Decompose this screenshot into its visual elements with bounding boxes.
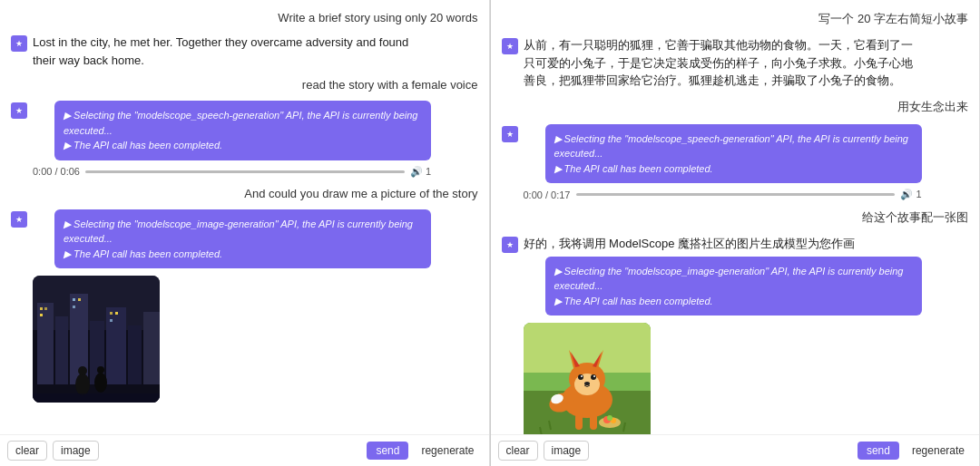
user-message: 给这个故事配一张图 [862, 208, 968, 228]
user-message: And could you draw me a picture of the s… [244, 185, 477, 202]
code-line-2: ▶ The API call has been completed. [64, 138, 422, 153]
right-chat-area: 写一个 20 字左右简短小故事 ★ 从前，有一只聪明的狐狸，它善于骗取其他动物的… [491, 0, 980, 434]
svg-point-20 [94, 373, 107, 393]
svg-rect-10 [44, 307, 47, 310]
user-message: read the story with a female voice [302, 76, 478, 93]
svg-rect-12 [73, 298, 75, 301]
svg-point-21 [97, 366, 104, 374]
assistant-row: ★ 好的，我将调用 ModelScope 魔搭社区的图片生成模型为您作画 ▶ S… [502, 235, 922, 316]
assistant-message: ★ ▶ Selecting the "modelscope_image-gene… [11, 209, 431, 403]
user-message: 用女生念出来 [897, 97, 968, 117]
send-button[interactable]: send [858, 442, 899, 460]
assistant-message: ★ Lost in the city, he met her. Together… [11, 34, 431, 69]
generated-image [524, 323, 651, 434]
left-bottom-bar: clear image send regenerate [0, 434, 489, 466]
svg-point-19 [78, 366, 87, 375]
svg-point-33 [578, 374, 583, 380]
audio-player[interactable]: 0:00 / 0:06 🔊 1 [33, 166, 431, 178]
clear-button[interactable]: clear [498, 441, 538, 461]
assistant-message: ★ ▶ Selecting the "modelscope_speech-gen… [11, 101, 431, 178]
audio-progress-bar[interactable] [85, 170, 405, 173]
code-block: ▶ Selecting the "modelscope_image-genera… [545, 257, 922, 316]
code-block: ▶ Selecting the "modelscope_speech-gener… [54, 101, 431, 160]
assistant-text: 从前，有一只聪明的狐狸，它善于骗取其他动物的食物。一天，它看到了一只可爱的小兔子… [524, 36, 922, 90]
right-bottom-bar: clear image send regenerate [491, 434, 980, 466]
svg-rect-14 [73, 306, 75, 308]
left-chat-area: Write a brief story using only 20 words … [0, 0, 489, 434]
clear-button[interactable]: clear [7, 441, 47, 461]
code-block: ▶ Selecting the "modelscope_speech-gener… [545, 124, 922, 184]
assistant-row: ★ Lost in the city, he met her. Together… [11, 34, 431, 69]
user-message: 写一个 20 字左右简短小故事 [818, 9, 968, 29]
svg-point-18 [75, 374, 90, 395]
code-block: ▶ Selecting the "modelscope_image-genera… [54, 209, 431, 269]
svg-rect-9 [40, 307, 43, 310]
left-panel: Write a brief story using only 20 words … [0, 0, 490, 466]
svg-rect-40 [575, 413, 583, 430]
assistant-prefix-text: 好的，我将调用 ModelScope 魔搭社区的图片生成模型为您作画 [524, 235, 922, 253]
audio-time-current: 0:00 / 0:17 [524, 189, 571, 200]
svg-rect-22 [33, 393, 160, 403]
audio-progress-bar[interactable] [576, 193, 896, 196]
avatar: ★ [502, 38, 518, 54]
svg-point-37 [584, 382, 590, 385]
audio-player[interactable]: 0:00 / 0:17 🔊 1 [524, 189, 922, 200]
avatar: ★ [11, 211, 27, 228]
code-line-2: ▶ The API call has been completed. [554, 161, 913, 177]
avatar: ★ [502, 237, 518, 253]
svg-rect-6 [106, 307, 126, 384]
assistant-row: ★ ▶ Selecting the "modelscope_image-gene… [11, 209, 431, 269]
image-button[interactable]: image [53, 441, 99, 461]
code-line-1: ▶ Selecting the "modelscope_speech-gener… [554, 131, 913, 161]
svg-rect-3 [55, 316, 68, 384]
svg-rect-15 [110, 312, 113, 315]
assistant-text: Lost in the city, he met her. Together t… [33, 34, 431, 69]
svg-point-34 [591, 374, 596, 380]
svg-rect-41 [590, 413, 597, 430]
right-panel: 写一个 20 字左右简短小故事 ★ 从前，有一只聪明的狐狸，它善于骗取其他动物的… [491, 0, 981, 466]
avatar: ★ [11, 102, 27, 119]
avatar: ★ [502, 126, 518, 142]
assistant-message: ★ 好的，我将调用 ModelScope 魔搭社区的图片生成模型为您作画 ▶ S… [502, 235, 922, 434]
assistant-message: ★ 从前，有一只聪明的狐狸，它善于骗取其他动物的食物。一天，它看到了一只可爱的小… [502, 36, 922, 90]
avatar: ★ [11, 35, 27, 52]
regenerate-button[interactable]: regenerate [414, 442, 481, 460]
code-line-2: ▶ The API call has been completed. [554, 294, 913, 309]
svg-point-45 [607, 415, 612, 421]
svg-rect-7 [128, 325, 142, 384]
send-button[interactable]: send [367, 442, 408, 460]
code-line-2: ▶ The API call has been completed. [64, 247, 422, 262]
assistant-message: ★ ▶ Selecting the "modelscope_speech-gen… [502, 124, 922, 201]
code-line-1: ▶ Selecting the "modelscope_image-genera… [64, 217, 422, 247]
audio-time-current: 0:00 / 0:06 [33, 166, 80, 177]
assistant-row: ★ 从前，有一只聪明的狐狸，它善于骗取其他动物的食物。一天，它看到了一只可爱的小… [502, 36, 922, 90]
assistant-row: ★ ▶ Selecting the "modelscope_speech-gen… [11, 101, 431, 160]
image-button[interactable]: image [544, 441, 590, 461]
regenerate-button[interactable]: regenerate [905, 442, 972, 460]
svg-rect-11 [40, 314, 43, 316]
assistant-row: ★ ▶ Selecting the "modelscope_speech-gen… [502, 124, 922, 184]
svg-rect-17 [110, 319, 113, 322]
audio-volume: 🔊 1 [410, 166, 431, 178]
user-message: Write a brief story using only 20 words [278, 9, 477, 26]
code-line-1: ▶ Selecting the "modelscope_image-genera… [554, 264, 913, 294]
generated-image [33, 276, 160, 403]
svg-point-35 [581, 375, 583, 377]
code-line-1: ▶ Selecting the "modelscope_speech-gener… [64, 108, 422, 138]
svg-rect-16 [115, 312, 118, 315]
svg-rect-13 [78, 298, 81, 301]
svg-rect-2 [37, 303, 54, 384]
svg-rect-8 [143, 312, 160, 384]
svg-point-36 [593, 375, 595, 377]
audio-volume: 🔊 1 [900, 189, 921, 200]
